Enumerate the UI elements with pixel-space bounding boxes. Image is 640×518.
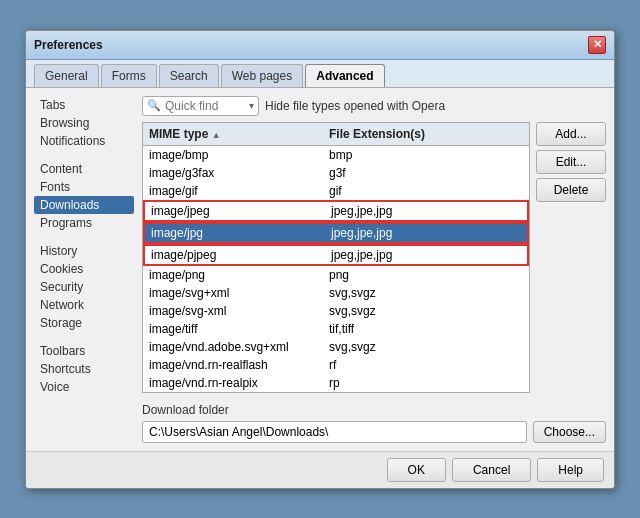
download-folder-label: Download folder [142, 403, 606, 417]
side-buttons: Add... Edit... Delete [536, 122, 606, 393]
table-row[interactable]: image/tifftif,tiff [143, 320, 529, 338]
sidebar-item-toolbars[interactable]: Toolbars [34, 342, 134, 360]
table-header: MIME type ▲ File Extension(s) [143, 123, 529, 146]
sidebar-item-shortcuts[interactable]: Shortcuts [34, 360, 134, 378]
tab-general[interactable]: General [34, 64, 99, 87]
cell-ext: jpeg,jpe,jpg [325, 203, 465, 219]
sort-icon: ▲ [212, 130, 221, 140]
sidebar-item-downloads[interactable]: Downloads [34, 196, 134, 214]
table-row[interactable]: image/bmpbmp [143, 146, 529, 164]
sidebar-item-programs[interactable]: Programs [34, 214, 134, 232]
hide-label: Hide file types opened with Opera [265, 99, 445, 113]
search-box: 🔍 ▾ [142, 96, 259, 116]
cell-mime: image/bmp [143, 147, 323, 163]
folder-path-input[interactable] [142, 421, 527, 443]
chevron-down-icon[interactable]: ▾ [249, 100, 254, 111]
table-row[interactable]: image/svg+xmlsvg,svgz [143, 284, 529, 302]
sidebar-group-1: Tabs Browsing Notifications [34, 96, 134, 150]
content-area: Tabs Browsing Notifications Content Font… [26, 88, 614, 451]
cell-mime: image/jpg [145, 225, 325, 241]
search-bar: 🔍 ▾ Hide file types opened with Opera [142, 96, 606, 116]
table-row[interactable]: image/g3faxg3f [143, 164, 529, 182]
cell-ext: tif,tiff [323, 321, 463, 337]
delete-button[interactable]: Delete [536, 178, 606, 202]
tab-webpages[interactable]: Web pages [221, 64, 304, 87]
cell-mime: image/vnd.adobe.svg+xml [143, 339, 323, 355]
cell-mime: image/svg-xml [143, 303, 323, 319]
sidebar-item-cookies[interactable]: Cookies [34, 260, 134, 278]
tab-search[interactable]: Search [159, 64, 219, 87]
preferences-dialog: Preferences ✕ General Forms Search Web p… [25, 30, 615, 489]
title-bar: Preferences ✕ [26, 31, 614, 60]
search-icon: 🔍 [147, 99, 161, 112]
search-input[interactable] [165, 99, 245, 113]
cell-ext: rp [323, 375, 463, 391]
edit-button[interactable]: Edit... [536, 150, 606, 174]
col-ext: File Extension(s) [323, 125, 463, 143]
download-folder-section: Download folder Choose... [142, 403, 606, 443]
table-body: image/bmpbmpimage/g3faxg3fimage/gifgifim… [143, 146, 529, 392]
choose-button[interactable]: Choose... [533, 421, 606, 443]
sidebar-item-network[interactable]: Network [34, 296, 134, 314]
add-button[interactable]: Add... [536, 122, 606, 146]
table-row[interactable]: image/gifgif [143, 182, 529, 200]
table-row[interactable]: image/vnd.rn-realpixrp [143, 374, 529, 392]
sidebar-item-voice[interactable]: Voice [34, 378, 134, 396]
cancel-button[interactable]: Cancel [452, 458, 531, 482]
cell-ext: svg,svgz [323, 303, 463, 319]
main-panel: 🔍 ▾ Hide file types opened with Opera MI… [142, 96, 606, 443]
table-row[interactable]: image/pngpng [143, 266, 529, 284]
sidebar-item-browsing[interactable]: Browsing [34, 114, 134, 132]
sidebar-item-notifications[interactable]: Notifications [34, 132, 134, 150]
cell-mime: image/pjpeg [145, 247, 325, 263]
dialog-title: Preferences [34, 38, 103, 52]
col-mime: MIME type ▲ [143, 125, 323, 143]
cell-mime: image/vnd.rn-realflash [143, 357, 323, 373]
cell-mime: image/png [143, 267, 323, 283]
sidebar-group-2: Content Fonts Downloads Programs [34, 160, 134, 232]
table-row[interactable]: image/jpegjpeg,jpe,jpg [143, 200, 529, 222]
cell-ext: svg,svgz [323, 285, 463, 301]
table-row[interactable]: image/vnd.rn-realflashrf [143, 356, 529, 374]
table-row[interactable]: image/svg-xmlsvg,svgz [143, 302, 529, 320]
cell-ext: jpeg,jpe,jpg [325, 247, 465, 263]
cell-ext: svg,svgz [323, 339, 463, 355]
sidebar-item-security[interactable]: Security [34, 278, 134, 296]
cell-ext: g3f [323, 165, 463, 181]
download-folder-row: Choose... [142, 421, 606, 443]
table-row[interactable]: image/jpgjpeg,jpe,jpg [143, 222, 529, 244]
cell-ext: jpeg,jpe,jpg [325, 225, 465, 241]
table-row[interactable]: image/vnd.adobe.svg+xmlsvg,svgz [143, 338, 529, 356]
cell-ext: bmp [323, 147, 463, 163]
help-button[interactable]: Help [537, 458, 604, 482]
cell-mime: image/svg+xml [143, 285, 323, 301]
cell-mime: image/vnd.rn-realpix [143, 375, 323, 391]
sidebar: Tabs Browsing Notifications Content Font… [34, 96, 134, 443]
sidebar-group-3: History Cookies Security Network Storage [34, 242, 134, 332]
mime-table: MIME type ▲ File Extension(s) image/bmpb… [142, 122, 530, 393]
tab-forms[interactable]: Forms [101, 64, 157, 87]
dialog-footer: OK Cancel Help [26, 451, 614, 488]
sidebar-item-fonts[interactable]: Fonts [34, 178, 134, 196]
table-and-buttons: MIME type ▲ File Extension(s) image/bmpb… [142, 122, 606, 393]
tabs-bar: General Forms Search Web pages Advanced [26, 60, 614, 88]
cell-mime: image/jpeg [145, 203, 325, 219]
sidebar-item-storage[interactable]: Storage [34, 314, 134, 332]
close-button[interactable]: ✕ [588, 36, 606, 54]
cell-ext: gif [323, 183, 463, 199]
cell-ext: png [323, 267, 463, 283]
sidebar-group-4: Toolbars Shortcuts Voice [34, 342, 134, 396]
sidebar-item-history[interactable]: History [34, 242, 134, 260]
cell-mime: image/tiff [143, 321, 323, 337]
tab-advanced[interactable]: Advanced [305, 64, 384, 87]
sidebar-item-tabs[interactable]: Tabs [34, 96, 134, 114]
cell-ext: rf [323, 357, 463, 373]
cell-mime: image/gif [143, 183, 323, 199]
sidebar-item-content[interactable]: Content [34, 160, 134, 178]
ok-button[interactable]: OK [387, 458, 446, 482]
cell-mime: image/g3fax [143, 165, 323, 181]
table-row[interactable]: image/pjpegjpeg,jpe,jpg [143, 244, 529, 266]
